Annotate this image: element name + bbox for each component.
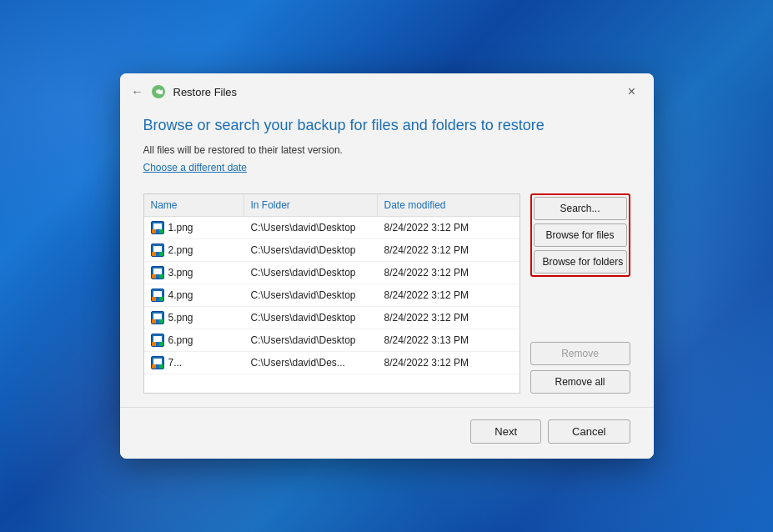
- remove-button[interactable]: Remove: [530, 342, 630, 365]
- file-folder: C:\Users\david\Desktop: [244, 285, 378, 305]
- file-folder: C:\Users\david\Desktop: [244, 240, 378, 260]
- table-row[interactable]: 4.pngC:\Users\david\Desktop8/24/2022 3:1…: [144, 284, 520, 307]
- file-date: 8/24/2022 3:12 PM: [378, 263, 486, 283]
- file-name: 2.png: [168, 244, 193, 256]
- file-icon: [151, 266, 164, 279]
- dialog-title: Restore Files: [173, 86, 238, 98]
- browse-folders-button[interactable]: Browse for folders: [534, 250, 627, 274]
- file-folder: C:\Users\david\Des...: [244, 353, 378, 373]
- cancel-button[interactable]: Cancel: [548, 419, 630, 444]
- browse-files-button[interactable]: Browse for files: [534, 223, 627, 247]
- subtitle-text: All files will be restored to their late…: [143, 144, 630, 156]
- choose-date-link[interactable]: Choose a different date: [143, 162, 248, 173]
- file-name-cell: 6.png: [144, 329, 244, 351]
- file-date: 8/24/2022 3:12 PM: [378, 285, 486, 305]
- col-name: Name: [144, 194, 244, 216]
- table-body: 1.pngC:\Users\david\Desktop8/24/2022 3:1…: [144, 217, 520, 393]
- remove-all-button[interactable]: Remove all: [530, 370, 630, 394]
- table-row[interactable]: 2.pngC:\Users\david\Desktop8/24/2022 3:1…: [144, 239, 520, 262]
- file-date: 8/24/2022 3:12 PM: [378, 308, 486, 328]
- dialog-footer: Next Cancel: [120, 407, 654, 459]
- table-row[interactable]: 1.pngC:\Users\david\Desktop8/24/2022 3:1…: [144, 217, 520, 239]
- file-date: 8/24/2022 3:12 PM: [378, 353, 486, 373]
- file-name-cell: 5.png: [144, 307, 244, 329]
- bottom-actions: Remove Remove all: [530, 342, 630, 394]
- dialog-body: Browse or search your backup for files a…: [120, 108, 654, 407]
- right-panel: Search... Browse for files Browse for fo…: [530, 193, 630, 394]
- file-name: 4.png: [168, 289, 193, 301]
- back-button[interactable]: ←: [132, 85, 143, 98]
- table-row[interactable]: 5.pngC:\Users\david\Desktop8/24/2022 3:1…: [144, 307, 520, 329]
- file-name-cell: 4.png: [144, 284, 244, 306]
- next-button[interactable]: Next: [470, 419, 541, 444]
- file-folder: C:\Users\david\Desktop: [244, 308, 378, 328]
- file-icon: [151, 356, 164, 369]
- file-name: 6.png: [168, 334, 193, 346]
- file-name: 7...: [168, 357, 183, 369]
- file-icon: [151, 311, 164, 324]
- file-folder: C:\Users\david\Desktop: [244, 330, 378, 350]
- close-button[interactable]: ×: [622, 82, 642, 102]
- file-table: Name In Folder Date modified 1.pngC:\Use…: [143, 193, 520, 394]
- restore-files-dialog: ← Restore Files × Browse or search your …: [120, 73, 654, 459]
- col-folder: In Folder: [244, 194, 378, 216]
- title-bar-left: ← Restore Files: [132, 83, 238, 100]
- file-folder: C:\Users\david\Desktop: [244, 218, 378, 238]
- file-icon: [151, 243, 164, 257]
- file-date: 8/24/2022 3:12 PM: [378, 240, 486, 260]
- file-icon: [151, 221, 164, 234]
- file-date: 8/24/2022 3:12 PM: [378, 218, 486, 238]
- file-icon: [151, 334, 164, 347]
- file-icon: [151, 289, 164, 302]
- table-row[interactable]: 3.pngC:\Users\david\Desktop8/24/2022 3:1…: [144, 262, 520, 284]
- file-name-cell: 7...: [144, 352, 244, 374]
- file-date: 8/24/2022 3:13 PM: [378, 330, 486, 350]
- file-folder: C:\Users\david\Desktop: [244, 263, 378, 283]
- file-name: 1.png: [168, 222, 193, 233]
- title-bar: ← Restore Files ×: [120, 73, 654, 108]
- main-title: Browse or search your backup for files a…: [143, 117, 630, 134]
- table-header: Name In Folder Date modified: [144, 194, 520, 217]
- content-area: Name In Folder Date modified 1.pngC:\Use…: [143, 193, 630, 394]
- restore-icon: [150, 83, 167, 100]
- table-row[interactable]: 7...C:\Users\david\Des...8/24/2022 3:12 …: [144, 352, 520, 374]
- file-name: 3.png: [168, 267, 193, 279]
- file-name: 5.png: [168, 312, 193, 324]
- search-group: Search... Browse for files Browse for fo…: [530, 193, 630, 277]
- table-row[interactable]: 6.pngC:\Users\david\Desktop8/24/2022 3:1…: [144, 329, 520, 352]
- file-name-cell: 1.png: [144, 217, 244, 238]
- file-name-cell: 3.png: [144, 262, 244, 284]
- col-date: Date modified: [378, 194, 486, 216]
- file-name-cell: 2.png: [144, 239, 244, 261]
- search-button[interactable]: Search...: [534, 197, 627, 220]
